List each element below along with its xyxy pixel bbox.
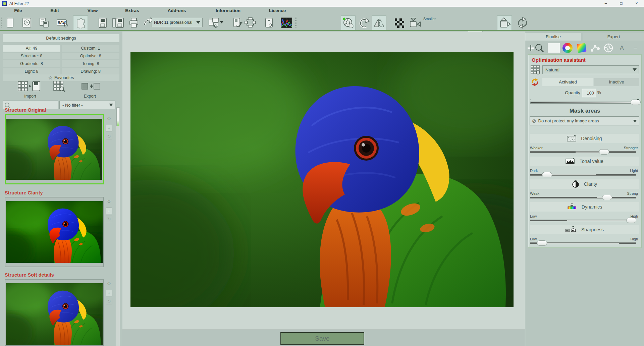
tonal-value-slider[interactable] <box>530 174 636 176</box>
open-copy-button[interactable] <box>37 15 52 30</box>
category-toning[interactable]: Toning: 8 <box>62 60 119 67</box>
menu-extras[interactable]: Extras <box>112 8 152 13</box>
dynamics-header[interactable]: Dynamics <box>530 202 639 212</box>
clarity-slider[interactable] <box>530 197 636 198</box>
category-optimise[interactable]: Optimise: 8 <box>62 53 119 59</box>
menu-file[interactable]: File <box>0 8 38 13</box>
image-info-button[interactable] <box>262 15 276 30</box>
opacity-minus-label[interactable]: - <box>530 97 531 102</box>
activated-button[interactable]: Activated <box>542 78 593 86</box>
dynamics-slider[interactable] <box>530 220 636 221</box>
magnify-tool-button[interactable] <box>534 43 545 53</box>
category-gradients[interactable]: Gradients: 8 <box>3 60 60 67</box>
thumb-scroll-strip <box>6 280 103 283</box>
default-settings-button[interactable]: Default settings <box>3 34 119 42</box>
compare-view-button[interactable] <box>408 15 423 30</box>
save-button-toolbar[interactable] <box>95 15 110 30</box>
white-swatch-button[interactable] <box>547 43 561 53</box>
fit-to-screen-button[interactable] <box>497 15 512 30</box>
maximize-button[interactable]: □ <box>614 0 629 7</box>
add-filter-button[interactable]: + <box>106 208 112 214</box>
add-filter-button[interactable]: + <box>106 290 112 296</box>
clarity-slider-thumb[interactable] <box>602 195 612 200</box>
opacity-slider[interactable] <box>530 102 639 104</box>
add-filter-button[interactable]: + <box>106 125 112 131</box>
collapse-button[interactable]: − <box>630 43 641 53</box>
recent-files-button[interactable] <box>19 15 34 30</box>
ai-filter-plugin-button[interactable] <box>73 15 88 30</box>
tab-expert[interactable]: Expert <box>583 33 644 41</box>
histogram-button[interactable] <box>279 15 294 30</box>
print-button[interactable] <box>127 15 142 30</box>
new-image-button[interactable] <box>3 15 17 30</box>
menu-view[interactable]: View <box>72 8 113 13</box>
favourites-button[interactable]: ☆ Favourites <box>3 74 119 81</box>
filter-card-structure-soft-details[interactable] <box>5 279 104 346</box>
assistant-preset-dropdown[interactable]: Natural <box>542 65 639 74</box>
batch-processing-button[interactable] <box>207 15 225 30</box>
aperture-button[interactable] <box>603 43 614 53</box>
category-drawing[interactable]: Drawing: 8 <box>62 68 119 75</box>
curves-button[interactable] <box>590 43 600 53</box>
filter-card-structure-original[interactable] <box>5 114 104 184</box>
menu-licence[interactable]: Licence <box>257 8 298 13</box>
favourite-star-button[interactable]: ☆ <box>105 197 113 205</box>
mirror-button[interactable] <box>372 15 386 30</box>
refresh-filter-button[interactable]: ↻ <box>106 216 112 222</box>
sharpness-slider-thumb[interactable] <box>537 240 547 246</box>
crop-button[interactable] <box>243 15 258 30</box>
project-preset-dropdown[interactable]: HDR 11 professional <box>152 18 203 27</box>
denoising-slider[interactable] <box>530 151 636 153</box>
sharpness-slider[interactable] <box>530 242 636 244</box>
mask-areas-dropdown[interactable]: ⊘ Do not protect any image areas <box>530 116 639 125</box>
favourite-star-button[interactable]: ☆ <box>105 280 113 287</box>
clarity-header[interactable]: Clarity <box>530 179 639 189</box>
menu-information[interactable]: Information <box>208 8 248 13</box>
denoising-header[interactable]: Denoising <box>530 134 639 143</box>
denoising-slider-thumb[interactable] <box>599 149 609 155</box>
search-filters-button[interactable] <box>53 80 67 92</box>
category-light[interactable]: Light: 8 <box>3 68 60 75</box>
close-button[interactable]: × <box>629 0 644 7</box>
category-custom[interactable]: Custom: 1 <box>62 45 119 52</box>
document-arrow-icon <box>232 17 243 28</box>
rotate-view-button[interactable] <box>515 15 530 30</box>
opacity-value-input[interactable] <box>582 89 596 97</box>
raw-import-button[interactable]: RAW <box>55 15 70 30</box>
refresh-colored-icon <box>531 78 539 86</box>
dynamics-slider-thumb[interactable] <box>626 218 636 223</box>
category-all[interactable]: All: 49 <box>3 45 60 52</box>
category-structure[interactable]: Structure: 8 <box>3 53 60 59</box>
import-filters-button[interactable] <box>17 80 41 92</box>
tonal-value-header[interactable]: Tonal value <box>530 157 639 166</box>
sharpness-header[interactable]: Sharpness <box>530 225 639 234</box>
menu-edit[interactable]: Edit <box>35 8 75 13</box>
redo-button[interactable] <box>357 15 372 30</box>
color-wheel-button[interactable] <box>562 43 573 53</box>
export-filters-button[interactable] <box>81 80 100 92</box>
tonal-left-label: Dark <box>530 169 538 173</box>
tonal-right-label: Light <box>630 169 638 173</box>
refresh-filter-button[interactable]: ↻ <box>106 298 112 304</box>
auto-optimise-button[interactable] <box>341 15 356 30</box>
save-button[interactable]: Save <box>280 332 364 345</box>
filter-card-structure-clarity[interactable] <box>5 197 104 267</box>
color-cube-button[interactable] <box>576 43 587 53</box>
inactive-button[interactable]: Inactive <box>594 78 639 86</box>
tab-finalise[interactable]: Finalise <box>525 33 581 41</box>
scrollbar-thumb[interactable] <box>116 108 119 126</box>
blocked-icon: ⊘ <box>532 118 536 124</box>
minimize-button[interactable]: – <box>598 0 613 7</box>
menu-addons[interactable]: Add-ons <box>157 8 197 13</box>
tonal-value-slider-thumb[interactable] <box>542 172 552 177</box>
clarity-icon <box>572 180 579 188</box>
opacity-slider-thumb[interactable] <box>631 100 641 105</box>
favourite-star-button[interactable]: ☆ <box>105 115 113 122</box>
save-all-button[interactable] <box>111 15 125 30</box>
filter-list-scrollbar[interactable] <box>116 107 120 346</box>
toolbar-grip[interactable] <box>1 17 2 28</box>
grain-preview-button[interactable] <box>392 15 407 30</box>
refresh-filter-button[interactable]: ↻ <box>106 133 112 139</box>
fit-view-icon <box>498 16 511 29</box>
text-tool-button[interactable]: A <box>616 43 627 53</box>
